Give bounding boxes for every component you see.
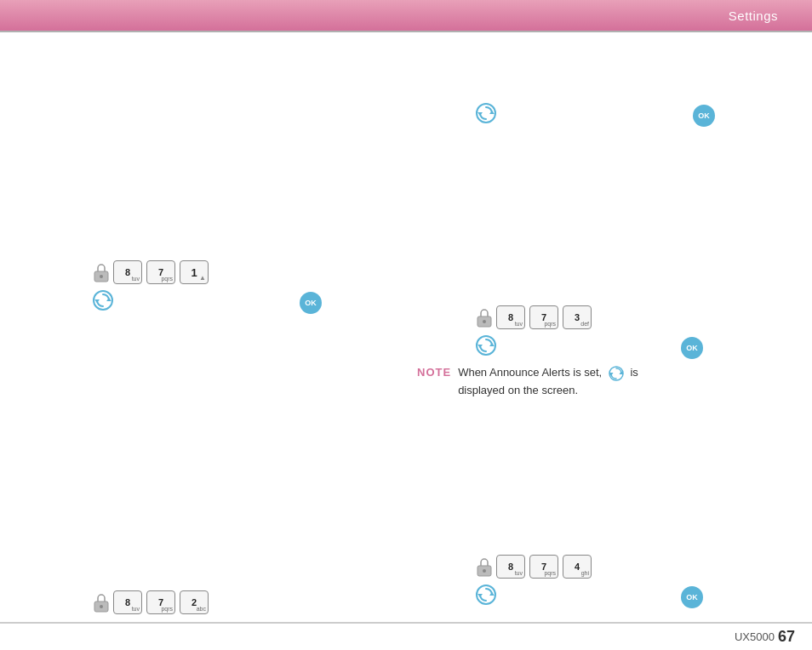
svg-point-17 <box>483 569 486 573</box>
svg-marker-2 <box>477 112 483 116</box>
key-group-3: 8 tuv 7 pqrs 4 ghi <box>475 555 593 579</box>
key-7pqrs-3: 7 pqrs <box>529 555 558 579</box>
svg-marker-7 <box>94 299 100 303</box>
ok-btn-right-2: OK <box>681 337 703 359</box>
nav-icon-left-1 <box>92 289 114 311</box>
lock-icon-1 <box>92 261 111 283</box>
note-inline-icon <box>608 365 625 382</box>
svg-marker-1 <box>489 111 495 114</box>
main-content: OK 8 tuv 7 pqrs 1 ▲ <box>0 32 812 623</box>
ok-btn-left-1: OK <box>300 292 322 314</box>
svg-point-22 <box>100 605 103 608</box>
nav-icon-top-center <box>475 102 497 124</box>
svg-marker-11 <box>489 343 495 346</box>
key-group-4: 8 tuv 7 pqrs 2 abc <box>92 590 210 614</box>
nav-icon-right-2 <box>475 334 497 356</box>
ok-button-right-2: OK <box>681 337 703 359</box>
svg-marker-20 <box>477 594 483 597</box>
key-7pqrs-2: 7 pqrs <box>529 305 558 329</box>
note-section: NOTE When Announce Alerts is set, is dis… <box>417 364 679 398</box>
key-3def-2: 3 def <box>563 305 592 329</box>
key-7pqrs-1: 7 pqrs <box>146 260 175 284</box>
lock-icon-2 <box>475 306 494 328</box>
nav-circle-icon-left-1 <box>92 289 114 311</box>
footer-model: UX5000 <box>735 630 775 643</box>
key-7pqrs-4: 7 pqrs <box>146 590 175 614</box>
svg-point-9 <box>483 320 486 323</box>
svg-marker-6 <box>106 298 112 301</box>
note-text-before: When Announce Alerts is set, <box>458 366 602 379</box>
nav-circle-icon <box>475 102 497 124</box>
ok-btn-top-right: OK <box>693 105 715 127</box>
svg-point-4 <box>100 275 103 278</box>
nav-icon-right-3 <box>475 584 497 606</box>
key-8tuv-3: 8 tuv <box>496 555 525 579</box>
key-4ghi-3: 4 ghi <box>563 555 592 579</box>
note-label: NOTE <box>417 366 451 379</box>
nav-circle-icon-right-2 <box>475 334 497 356</box>
ok-button: OK <box>693 105 715 127</box>
header-title: Settings <box>729 9 778 23</box>
nav-circle-icon-right-3 <box>475 584 497 606</box>
lock-icon-4 <box>92 591 111 613</box>
svg-marker-19 <box>489 592 495 596</box>
key-2abc-4: 2 abc <box>180 590 209 614</box>
svg-marker-12 <box>477 345 483 348</box>
key-8tuv-1: 8 tuv <box>113 260 142 284</box>
ok-btn-right-3: OK <box>681 586 703 608</box>
lock-icon-3 <box>475 556 494 578</box>
key-group-1: 8 tuv 7 pqrs 1 ▲ <box>92 260 210 284</box>
page-header: Settings <box>0 0 812 31</box>
ok-button-right-3: OK <box>681 586 703 608</box>
key-8tuv-4: 8 tuv <box>113 590 142 614</box>
page-footer: UX5000 67 <box>0 623 812 650</box>
key-group-2: 8 tuv 7 pqrs 3 def <box>475 305 593 329</box>
note-text: When Announce Alerts is set, is displaye… <box>458 364 679 398</box>
ok-button-left-1: OK <box>300 292 322 314</box>
key-1-1: 1 ▲ <box>180 260 209 284</box>
key-8tuv-2: 8 tuv <box>496 305 525 329</box>
footer-page: 67 <box>778 628 795 646</box>
